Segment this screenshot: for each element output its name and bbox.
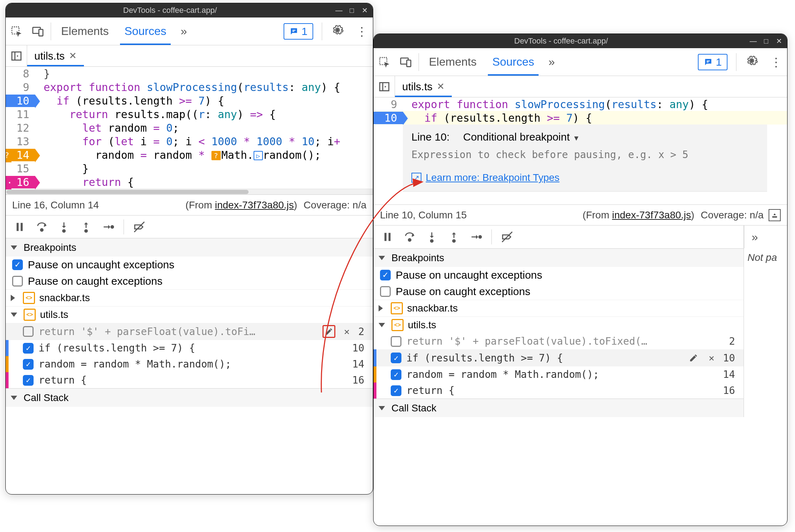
file-tab-utils[interactable]: utils.ts ✕ bbox=[27, 45, 84, 66]
tab-sources[interactable]: Sources bbox=[116, 17, 174, 45]
step-over-icon[interactable] bbox=[399, 228, 420, 245]
checkbox-checked-icon[interactable] bbox=[23, 359, 34, 370]
learn-more-link[interactable]: Learn more: Breakpoint Types bbox=[426, 172, 560, 183]
edit-icon[interactable] bbox=[687, 351, 700, 364]
checkbox-checked-icon[interactable] bbox=[12, 259, 23, 270]
code-editor[interactable]: 8} 9export function slowProcessing(resul… bbox=[6, 67, 373, 194]
issues-badge[interactable]: 1 bbox=[698, 54, 728, 70]
breakpoint-file-snackbar[interactable]: <> snackbar.ts bbox=[374, 300, 744, 316]
breakpoint-row[interactable]: random = random * Math.random(); 14 bbox=[374, 366, 744, 382]
tab-elements[interactable]: Elements bbox=[421, 48, 484, 76]
more-tabs-icon[interactable]: » bbox=[744, 226, 765, 248]
issues-badge[interactable]: 1 bbox=[284, 23, 313, 40]
callstack-header[interactable]: Call Stack bbox=[6, 388, 373, 407]
tab-sources[interactable]: Sources bbox=[484, 48, 542, 76]
close-window-button[interactable]: ✕ bbox=[361, 6, 369, 15]
close-icon[interactable]: ✕ bbox=[437, 81, 445, 92]
file-tab-utils[interactable]: utils.ts ✕ bbox=[395, 76, 452, 97]
device-icon[interactable] bbox=[27, 17, 49, 45]
gutter[interactable]: 13 bbox=[6, 135, 35, 148]
breakpoint-file-utils[interactable]: <> utils.ts bbox=[374, 316, 744, 333]
breakpoints-header[interactable]: Breakpoints bbox=[6, 238, 373, 257]
more-tabs-icon[interactable]: » bbox=[542, 55, 561, 69]
pause-uncaught-row[interactable]: Pause on uncaught exceptions bbox=[6, 257, 373, 273]
breakpoint-type-select[interactable]: Conditional breakpoint ▼ bbox=[463, 131, 580, 143]
close-window-button[interactable]: ✕ bbox=[775, 37, 783, 45]
checkbox-icon[interactable] bbox=[12, 276, 23, 287]
breakpoints-header[interactable]: Breakpoints bbox=[374, 248, 744, 267]
code-editor[interactable]: 9export function slowProcessing(results:… bbox=[374, 97, 787, 204]
checkbox-checked-icon[interactable] bbox=[380, 270, 391, 280]
maximize-button[interactable]: □ bbox=[348, 6, 356, 15]
breakpoint-file-snackbar[interactable]: <> snackbar.ts bbox=[6, 289, 373, 306]
step-out-icon[interactable] bbox=[444, 228, 464, 245]
breakpoint-row[interactable]: return '$' + parseFloat(value).toFixed(…… bbox=[374, 333, 744, 349]
checkbox-icon[interactable] bbox=[23, 326, 34, 337]
gutter[interactable]: 9 bbox=[6, 81, 35, 93]
callstack-header[interactable]: Call Stack bbox=[374, 399, 744, 417]
gutter-breakpoint[interactable]: 10 bbox=[6, 95, 35, 107]
gutter-conditional-breakpoint[interactable]: 14 bbox=[6, 149, 35, 161]
pause-icon[interactable] bbox=[377, 228, 398, 245]
step-over-icon[interactable] bbox=[31, 218, 52, 235]
inspect-icon[interactable] bbox=[6, 17, 27, 45]
breakpoint-row[interactable]: if (results.length >= 7) { ✕ 10 bbox=[374, 349, 744, 366]
breakpoint-row[interactable]: random = random * Math.random(); 14 bbox=[6, 356, 373, 372]
breakpoint-row[interactable]: return '$' + parseFloat(value).toFi… ✕ 2 bbox=[6, 323, 373, 340]
more-tabs-icon[interactable]: » bbox=[174, 25, 194, 38]
coverage-icon[interactable] bbox=[769, 209, 781, 221]
kebab-menu-icon[interactable]: ⋮ bbox=[356, 24, 368, 39]
checkbox-checked-icon[interactable] bbox=[23, 375, 34, 386]
sourcemap-link[interactable]: index-73f73a80.js bbox=[215, 199, 294, 211]
device-icon[interactable] bbox=[395, 48, 416, 76]
titlebar[interactable]: DevTools - coffee-cart.app/ — □ ✕ bbox=[6, 3, 373, 17]
tab-elements[interactable]: Elements bbox=[53, 17, 116, 45]
remove-icon[interactable]: ✕ bbox=[340, 325, 353, 338]
pause-icon[interactable] bbox=[9, 218, 30, 235]
titlebar[interactable]: DevTools - coffee-cart.app/ — □ ✕ bbox=[374, 34, 787, 48]
gutter[interactable]: 9 bbox=[374, 98, 403, 111]
checkbox-icon[interactable] bbox=[380, 286, 391, 297]
checkbox-icon[interactable] bbox=[391, 336, 401, 347]
pause-caught-row[interactable]: Pause on caught exceptions bbox=[6, 273, 373, 289]
remove-icon[interactable]: ✕ bbox=[705, 351, 718, 364]
gear-icon[interactable] bbox=[331, 24, 344, 39]
gutter[interactable]: 15 bbox=[6, 162, 35, 175]
gear-icon[interactable] bbox=[746, 55, 758, 70]
show-navigator-icon[interactable] bbox=[374, 76, 395, 97]
step-out-icon[interactable] bbox=[76, 218, 96, 235]
deactivate-breakpoints-icon[interactable] bbox=[129, 218, 150, 235]
gutter-logpoint[interactable]: 16 bbox=[6, 176, 35, 188]
condition-input[interactable]: Expression to check before pausing, e.g.… bbox=[411, 149, 759, 161]
step-into-icon[interactable] bbox=[421, 228, 442, 245]
deactivate-breakpoints-icon[interactable] bbox=[497, 228, 518, 245]
minimize-button[interactable]: — bbox=[335, 6, 343, 15]
minimize-button[interactable]: — bbox=[749, 37, 757, 45]
sourcemap-link[interactable]: index-73f73a80.js bbox=[612, 209, 691, 221]
maximize-button[interactable]: □ bbox=[762, 37, 770, 45]
checkbox-checked-icon[interactable] bbox=[391, 353, 401, 363]
breakpoint-row[interactable]: return { 16 bbox=[6, 372, 373, 388]
pause-uncaught-row[interactable]: Pause on uncaught exceptions bbox=[374, 267, 744, 283]
gutter[interactable]: 12 bbox=[6, 122, 35, 134]
breakpoint-row[interactable]: return { 16 bbox=[374, 382, 744, 399]
breakpoint-row[interactable]: if (results.length >= 7) { 10 bbox=[6, 340, 373, 356]
kebab-menu-icon[interactable]: ⋮ bbox=[770, 55, 782, 69]
gutter-breakpoint[interactable]: 10 bbox=[374, 112, 403, 124]
checkbox-checked-icon[interactable] bbox=[391, 385, 401, 396]
checkbox-checked-icon[interactable] bbox=[391, 369, 401, 380]
close-icon[interactable]: ✕ bbox=[69, 50, 77, 61]
edit-icon[interactable] bbox=[322, 325, 335, 338]
checkbox-checked-icon[interactable] bbox=[23, 343, 34, 354]
step-icon[interactable] bbox=[98, 218, 119, 235]
gutter[interactable]: 11 bbox=[6, 108, 35, 121]
inspect-icon[interactable] bbox=[374, 48, 395, 76]
step-into-icon[interactable] bbox=[54, 218, 74, 235]
horizontal-scrollbar[interactable] bbox=[6, 189, 373, 194]
gutter[interactable]: 8 bbox=[6, 67, 35, 80]
show-navigator-icon[interactable] bbox=[6, 45, 27, 66]
pause-caught-row[interactable]: Pause on caught exceptions bbox=[374, 283, 744, 300]
step-icon[interactable] bbox=[466, 228, 486, 245]
breakpoint-file-utils[interactable]: <> utils.ts bbox=[6, 306, 373, 323]
svg-rect-22 bbox=[707, 61, 709, 62]
